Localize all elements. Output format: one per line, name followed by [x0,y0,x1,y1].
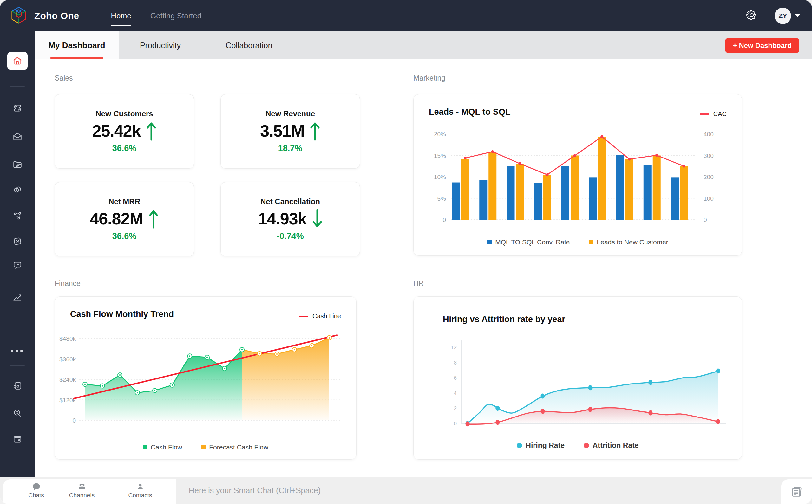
cash-line-legend: Cash Line [299,313,341,320]
cashflow-chart-title: Cash Flow Monthly Trend [70,309,174,319]
crm-icon [12,103,23,113]
sidebar-more-ellipsis-icon[interactable] [11,350,23,352]
legend-swatch [487,240,492,244]
marketing-section-label: Marketing [413,74,445,82]
sidebar-divider [10,365,25,366]
kpi-title: Net Cancellation [260,197,320,206]
svg-text:2: 2 [454,405,457,411]
kpi-value: 14.93k [258,209,306,228]
svg-text:12: 12 [451,345,457,351]
sidebar-item-analytics[interactable] [12,292,23,303]
zoho-one-window: Zoho One Home Getting Started ZY [0,0,812,504]
active-tab-underline [50,57,103,59]
leads-chart-legend: MQL TO SQL Conv. Rate Leads to New Custo… [414,238,742,246]
svg-text:$240k: $240k [59,376,76,383]
topbar-divider [766,9,766,23]
sidebar-item-mail[interactable] [12,131,23,142]
chats-icon [32,482,41,491]
tab-collaboration[interactable]: Collaboration [212,31,285,59]
home-icon [12,55,23,67]
chat-bubble-icon [12,260,23,271]
contacts-button[interactable]: Contacts [121,482,159,499]
legend-swatch [143,445,147,449]
kpi-value: 3.51M [260,121,304,140]
avatar[interactable]: ZY [775,8,791,24]
settings-gear-icon[interactable] [746,10,757,22]
leads-chart-title: Leads - MQL to SQL [429,107,511,117]
cac-legend: CAC [700,110,727,118]
nav-getting-started[interactable]: Getting Started [150,11,201,20]
sidebar-item-expense[interactable] [12,434,23,444]
kpi-card-net-mrr[interactable]: Net MRR 46.82M 36.6% [55,182,194,256]
mail-icon [12,131,23,142]
legend-swatch [584,443,589,448]
nav-home[interactable]: Home [111,11,131,20]
sidebar-item-connect[interactable] [12,210,23,221]
user-menu[interactable]: ZY [775,8,800,24]
documents-icon [790,485,803,498]
svg-text:0: 0 [704,216,707,223]
chats-button[interactable]: Chats [17,482,55,499]
svg-text:200: 200 [704,174,714,180]
chat-docs-panel[interactable] [781,479,812,504]
sidebar-item-notebook[interactable] [12,380,23,391]
cashflow-chart-legend: Cash Flow Forecast Cash Flow [55,443,356,451]
svg-text:0: 0 [443,216,446,223]
svg-text:$120k: $120k [59,397,76,404]
kpi-card-net-cancellation[interactable]: Net Cancellation 14.93k -0.74% [220,182,360,256]
sidebar-divider [10,86,25,87]
hr-chart-card: Hiring vs Attrition rate by year 1286420… [413,296,742,460]
tab-my-dashboard[interactable]: My Dashboard [35,31,119,59]
channels-icon [77,482,87,491]
app-title: Zoho One [34,10,79,21]
rings-icon [12,184,23,195]
sidebar-item-zia-search[interactable] [12,408,23,418]
analytics-icon [12,292,23,303]
svg-text:15%: 15% [434,152,446,159]
kpi-change: 18.7% [278,144,302,153]
kpi-card-new-revenue[interactable]: New Revenue 3.51M 18.7% [220,94,360,169]
leads-chart-card: Leads - MQL to SQL CAC 20%40015%30010%20… [413,94,742,256]
new-dashboard-button[interactable]: + New Dashboard [725,38,799,53]
hr-line-chart: 1286420 [414,333,742,435]
hr-section-label: HR [413,279,424,288]
cashflow-area-chart: $480k$360k$240k$120k0 [55,328,356,436]
sidebar-item-workdrive[interactable] [12,159,23,170]
legend-swatch [589,240,594,244]
zia-search-icon [12,408,23,418]
svg-text:8: 8 [454,360,457,366]
smart-chat-bar: Chats Channels Contacts Here is your Sma… [0,477,812,504]
sidebar-item-crm[interactable] [12,103,23,113]
sidebar-divider [10,341,25,341]
network-icon [12,210,23,221]
sidebar-item-home[interactable] [7,52,28,70]
svg-text:400: 400 [704,131,714,138]
zoho-logo-icon [9,5,29,26]
tab-productivity[interactable]: Productivity [125,31,196,59]
svg-text:20%: 20% [434,131,446,138]
leads-bar-chart: 20%40015%30010%2005%10000 [414,126,742,236]
kpi-value: 25.42k [92,121,140,140]
channels-button[interactable]: Channels [63,482,101,499]
svg-text:5%: 5% [438,195,446,202]
sidebar-item-cliq[interactable] [12,260,23,271]
smart-chat-input[interactable]: Here is your Smart Chat (Ctrl+Space) [189,477,321,504]
kpi-card-new-customers[interactable]: New Customers 25.42k 36.6% [55,94,194,169]
sidebar-item-zoho-one[interactable] [12,184,23,195]
kpi-title: New Customers [95,109,153,118]
notebook-icon [12,380,23,391]
topbar: Zoho One Home Getting Started ZY [0,0,812,31]
svg-text:0: 0 [454,421,457,427]
chat-shortcuts-panel: Chats Channels Contacts [3,479,176,504]
kpi-title: Net MRR [108,197,140,206]
wallet-icon [12,434,23,444]
hr-chart-legend: Hiring Rate Attrition Rate [414,441,742,450]
cashflow-chart-card: Cash Flow Monthly Trend Cash Line $480k$… [55,296,356,460]
svg-text:100: 100 [704,195,714,202]
sidebar-item-sign[interactable] [12,236,23,247]
brand: Zoho One [9,5,79,26]
svg-text:$480k: $480k [59,335,76,342]
topbar-actions: ZY [746,8,800,24]
legend-swatch [201,445,205,449]
top-navigation: Home Getting Started [111,11,201,20]
